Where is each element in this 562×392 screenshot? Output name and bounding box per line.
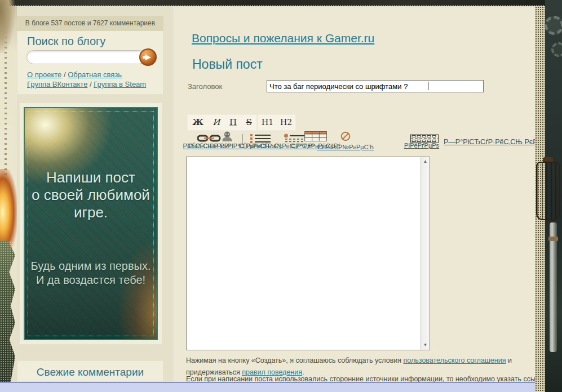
left-torn-corner — [0, 0, 15, 54]
insert-table-tool[interactable]: С‚Р°Р±Р»РёС†Р° — [303, 131, 328, 141]
arrow-right-icon-bar — [143, 56, 147, 59]
insert-user-tool[interactable]: РїРѕР»СЊР·РѕРІР°С‚РµР»СЊ — [221, 131, 233, 141]
post-body-editor: ▲ ▼ — [186, 157, 430, 350]
insert-spoiler-tool[interactable]: СЃРїРѕР№Р»РµСЂ — [338, 131, 353, 141]
text-cursor — [428, 82, 428, 90]
sidebar-links-row2: Группа ВКонтакте / Группа в Steam — [27, 79, 157, 89]
sidebar-links: О проекте / Обратная связь Группа ВКонта… — [27, 70, 157, 89]
bottom-taskbar-edge — [0, 382, 562, 392]
h1-button[interactable]: H1 — [262, 115, 273, 130]
agreement-pre: Нажимая на кнопку «Создать», я соглашаюс… — [186, 357, 404, 364]
left-fire-texture — [0, 169, 17, 248]
table-icon — [303, 131, 328, 141]
scroll-up-icon[interactable]: ▲ — [421, 157, 430, 166]
gear-icon — [545, 16, 562, 35]
link-about[interactable]: О проекте — [27, 70, 61, 79]
h2-button[interactable]: H2 — [280, 115, 292, 130]
user-agreement-link[interactable]: пользовательского соглашения — [404, 357, 506, 364]
banner-headline-line2: о своей любимой — [25, 186, 157, 204]
format-toolbar: Ж И П S — [187, 114, 257, 131]
banner-subline-line1: Будь одним из первых. — [25, 259, 157, 273]
editor-scrollbar[interactable]: ▲ ▼ — [420, 157, 430, 350]
pipe-band-decor — [548, 237, 558, 241]
banner-subline: Будь одним из первых. И да воздастся теб… — [25, 259, 157, 287]
italic-button[interactable]: И — [213, 115, 220, 130]
blog-title-link[interactable]: Вопросы и пожелания к Gamer.ru — [192, 32, 374, 45]
promo-banner-frame: Напиши пост о своей любимой игре. Будь о… — [19, 103, 162, 345]
lantern-decor — [536, 162, 560, 220]
underline-button[interactable]: П — [229, 115, 237, 130]
scroll-down-icon[interactable]: ▼ — [421, 341, 430, 350]
bold-button[interactable]: Ж — [192, 115, 203, 130]
left-foliage-dots — [0, 241, 15, 382]
quote-icon — [284, 133, 304, 143]
strikethrough-button[interactable]: S — [246, 115, 251, 130]
insert-link-tool[interactable]: СЃСЃС‹Р»РєР° — [197, 133, 221, 143]
link-steam-group[interactable]: Группа в Steam — [94, 80, 146, 88]
links-separator: / — [90, 80, 92, 88]
pipe-decor — [550, 222, 557, 352]
banner-fire-glow — [117, 238, 158, 340]
link-feedback[interactable]: Обратная связь — [68, 70, 122, 79]
banner-subline-line2: И да воздастся тебе! — [25, 273, 157, 287]
banner-headline-line1: Напиши пост — [25, 169, 157, 186]
insert-quote-tool[interactable]: С†РёС‚Р°С‚Р° — [284, 133, 304, 143]
search-submit-button[interactable] — [139, 48, 157, 66]
page-title: Новый пост — [192, 57, 263, 72]
search-title: Поиск по блогу — [27, 35, 105, 48]
insert-video-label[interactable]: РІРёРґРµРѕ — [404, 142, 439, 149]
banner-headline: Напиши пост о своей любимой игре. — [25, 169, 157, 221]
blog-stats: В блоге 537 постов и 7627 комментариев — [17, 16, 163, 31]
search-input[interactable] — [26, 50, 146, 64]
post-body-input[interactable] — [187, 157, 420, 350]
heading-toolbar: H1 H2 — [258, 114, 296, 131]
post-title-label: Заголовок — [188, 82, 222, 91]
insert-spoiler-label[interactable]: СЃРїРѕР№Р»РµСЂ — [317, 144, 374, 150]
user-icon — [221, 131, 233, 141]
forbidden-icon — [338, 131, 353, 141]
bullet-list-icon — [250, 133, 271, 143]
banner-headline-line3: игре. — [25, 204, 157, 221]
promo-banner[interactable]: Напиши пост о своей любимой игре. Будь о… — [24, 107, 158, 340]
fresh-comments-header: Свежие комментарии — [17, 360, 163, 382]
insert-video-tool[interactable]: РІРёРґРµРѕ — [410, 133, 439, 144]
sidebar-links-row1: О проекте / Обратная связь — [27, 70, 157, 79]
post-title-input[interactable] — [267, 80, 484, 92]
links-separator: / — [64, 70, 66, 79]
gear-icon — [551, 42, 562, 57]
insert-list-tool[interactable]: СЃРїРёСЃРѕРє — [250, 133, 271, 143]
chain-link-icon — [197, 133, 221, 143]
top-decor-strip — [0, 0, 562, 6]
link-vk-group[interactable]: Группа ВКонтакте — [27, 80, 87, 88]
